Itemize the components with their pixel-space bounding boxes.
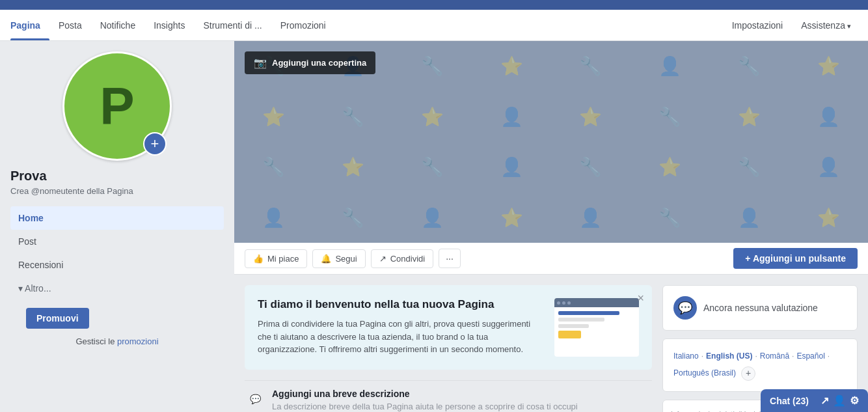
lang-sep: · bbox=[828, 350, 830, 364]
main-content: 🔧 👤 🔧 ⭐ 🔧 👤 🔧 ⭐ ⭐ 🔧 ⭐ 👤 ⭐ 🔧 ⭐ 👤 bbox=[234, 41, 868, 412]
impostazioni-button[interactable]: Impostazioni bbox=[726, 16, 790, 34]
sidebar-item-home[interactable]: Home bbox=[10, 206, 224, 230]
pattern-cell: 🔧 bbox=[631, 193, 710, 243]
pattern-cell: 👤 bbox=[551, 193, 631, 243]
pattern-cell: 🔧 bbox=[710, 142, 789, 193]
add-desc-title[interactable]: Aggiungi una breve descrizione bbox=[272, 389, 652, 399]
sidebar-item-post[interactable]: Post bbox=[10, 230, 224, 253]
mock-line bbox=[558, 318, 604, 322]
pattern-cell: ⭐ bbox=[393, 92, 472, 143]
segui-button[interactable]: 🔔 Segui bbox=[312, 249, 365, 268]
thumbs-up-icon: 👍 bbox=[253, 254, 264, 264]
pattern-cell: 👤 bbox=[472, 142, 551, 193]
sidebar: P + Prova Crea @nomeutente della Pagina … bbox=[0, 41, 234, 412]
chat-icons: ↗ 👤 ⚙ bbox=[821, 394, 859, 407]
tab-insights[interactable]: Insights bbox=[144, 11, 194, 40]
gestisci-promozioni[interactable]: Gestisci le promozioni bbox=[68, 334, 166, 349]
pattern-cell: ⭐ bbox=[789, 193, 868, 243]
segui-label: Segui bbox=[335, 254, 357, 264]
pattern-cell: 🔧 bbox=[631, 92, 710, 143]
lang-english[interactable]: English (US) bbox=[706, 350, 752, 364]
tab-promozioni[interactable]: Promozioni bbox=[271, 11, 335, 40]
profile-letter: P bbox=[100, 76, 134, 136]
pattern-cell: ⭐ bbox=[789, 41, 868, 92]
condividi-button[interactable]: ↗ Condividi bbox=[371, 249, 433, 268]
chat-bar[interactable]: Chat (23) ↗ 👤 ⚙ bbox=[761, 389, 868, 412]
close-welcome-card[interactable]: × bbox=[637, 292, 644, 305]
main-container: P + Prova Crea @nomeutente della Pagina … bbox=[0, 41, 868, 412]
profile-pic-container: P + bbox=[62, 51, 172, 161]
add-language-button[interactable]: + bbox=[741, 366, 755, 381]
sidebar-item-recensioni[interactable]: Recensioni bbox=[10, 253, 224, 277]
mock-yellow-block bbox=[558, 331, 581, 338]
pattern-cell: 👤 bbox=[393, 193, 472, 243]
browser-dot bbox=[562, 301, 565, 305]
chat-add-icon[interactable]: 👤 bbox=[833, 394, 846, 407]
page-navigation: Pagina Posta Notifiche Insights Strument… bbox=[0, 10, 868, 41]
add-desc-icon: 💬 bbox=[245, 389, 265, 409]
pattern-cell: 🔧 bbox=[234, 142, 314, 193]
lang-romana[interactable]: Română bbox=[760, 350, 789, 364]
mock-browser-content bbox=[554, 307, 639, 357]
browser-dot bbox=[567, 301, 571, 305]
welcome-card-image bbox=[554, 298, 639, 357]
rating-card: 💬 Ancora nessuna valutazione bbox=[662, 285, 858, 331]
lang-italiano[interactable]: Italiano bbox=[673, 350, 699, 364]
language-row: Italiano · English (US) · Română · Españ… bbox=[673, 350, 847, 381]
welcome-card-body: Prima di condividere la tua Pagina con g… bbox=[258, 318, 544, 356]
pattern-cell: 👤 bbox=[710, 193, 789, 243]
tab-notifiche[interactable]: Notifiche bbox=[91, 11, 144, 40]
nav-right: Impostazioni Assistenza bbox=[726, 16, 858, 34]
facebook-topbar bbox=[0, 0, 868, 10]
pattern-cell: 👤 bbox=[472, 92, 551, 143]
page-username[interactable]: Crea @nomeutente della Pagina bbox=[10, 186, 133, 196]
pattern-cell: 👤 bbox=[234, 193, 314, 243]
info-icon: 💬 bbox=[250, 394, 261, 404]
pattern-cell: 🔧 bbox=[393, 41, 472, 92]
add-cover-button[interactable]: 📷 Aggiungi una copertina bbox=[245, 51, 375, 74]
more-options-button[interactable]: ··· bbox=[439, 249, 461, 268]
sidebar-menu: Home Post Recensioni ▾ Altro... bbox=[10, 206, 224, 300]
chat-settings-icon[interactable]: ⚙ bbox=[850, 394, 859, 407]
action-bar: 👍 Mi piace 🔔 Segui ↗ Condividi ··· + Agg… bbox=[234, 243, 868, 275]
lang-sep: · bbox=[792, 350, 794, 364]
nav-tabs-left: Pagina Posta Notifiche Insights Strument… bbox=[10, 11, 335, 40]
tab-strumenti[interactable]: Strumenti di ... bbox=[194, 11, 271, 40]
lang-espanol[interactable]: Español bbox=[796, 350, 824, 364]
welcome-card-title: Ti diamo il benvenuto nella tua nuova Pa… bbox=[258, 298, 544, 311]
lang-sep: · bbox=[755, 350, 757, 364]
gestisci-prefix: Gestisci le bbox=[75, 336, 117, 346]
add-cover-label: Aggiungi una copertina bbox=[272, 58, 366, 68]
welcome-card-text: Ti diamo il benvenuto nella tua nuova Pa… bbox=[258, 298, 544, 357]
pattern-cell: 🔧 bbox=[314, 92, 393, 143]
lang-portugues[interactable]: Português (Brasil) bbox=[673, 366, 736, 381]
pattern-cell: ⭐ bbox=[631, 142, 710, 193]
mock-browser-bar bbox=[554, 298, 639, 307]
pattern-cell: 🔧 bbox=[551, 41, 631, 92]
add-desc-body: La descrizione breve della tua Pagina ai… bbox=[272, 402, 652, 411]
page-name: Prova bbox=[10, 169, 47, 184]
promuovi-button[interactable]: Promuovi bbox=[26, 308, 89, 329]
tab-pagina[interactable]: Pagina bbox=[10, 11, 49, 40]
add-photo-button[interactable]: + bbox=[143, 132, 167, 156]
browser-dot bbox=[557, 301, 560, 305]
cover-photo: 🔧 👤 🔧 ⭐ 🔧 👤 🔧 ⭐ ⭐ 🔧 ⭐ 👤 ⭐ 🔧 ⭐ 👤 bbox=[234, 41, 868, 243]
gestisci-link[interactable]: promozioni bbox=[117, 336, 159, 346]
mock-line bbox=[558, 311, 619, 315]
tab-posta[interactable]: Posta bbox=[49, 11, 91, 40]
star-icon: 💬 bbox=[678, 301, 692, 315]
mi-piace-button[interactable]: 👍 Mi piace bbox=[245, 249, 307, 268]
pattern-cell: ⭐ bbox=[551, 92, 631, 143]
chat-popout-icon[interactable]: ↗ bbox=[821, 394, 829, 407]
pattern-cell: ⭐ bbox=[472, 193, 551, 243]
add-description-section: 💬 Aggiungi una breve descrizione La desc… bbox=[245, 380, 652, 412]
add-cta-button[interactable]: + Aggiungi un pulsante bbox=[733, 248, 858, 269]
mi-piace-label: Mi piace bbox=[267, 254, 299, 264]
welcome-card: Ti diamo il benvenuto nella tua nuova Pa… bbox=[245, 285, 652, 370]
chat-label: Chat (23) bbox=[770, 396, 809, 406]
sidebar-item-altro[interactable]: ▾ Altro... bbox=[10, 277, 224, 300]
rating-icon: 💬 bbox=[673, 296, 697, 320]
assistenza-button[interactable]: Assistenza bbox=[794, 16, 858, 34]
mock-line bbox=[558, 324, 589, 328]
lang-sep: · bbox=[701, 350, 703, 364]
